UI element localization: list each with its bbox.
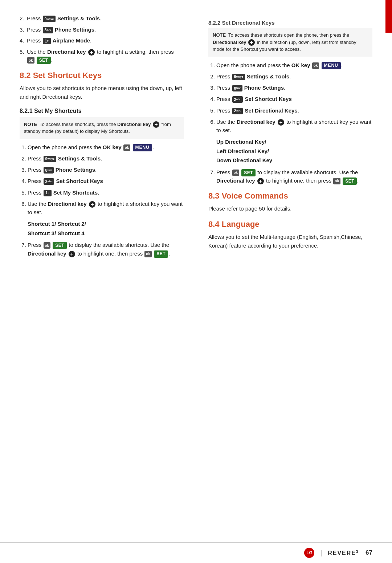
shortcut-keys-block: Shortcut 1/ Shortcut 2/Shortcut 3/ Short… — [28, 219, 184, 238]
key-badge-8: 8tuv — [43, 27, 53, 33]
step-3: Press 8tuv Phone Settings. — [216, 83, 372, 92]
key-badge-1: 1# — [44, 190, 52, 196]
page: 2. Press 9wxyz Settings & Tools. 3. Pres… — [0, 0, 392, 563]
step-1: Open the phone and press the OK key ok M… — [216, 61, 372, 69]
step-4: Press 2abc Set Shortcut Keys — [216, 95, 372, 103]
intro-list: 2. Press 9wxyz Settings & Tools. 3. Pres… — [20, 15, 184, 64]
lg-circle-icon: LG — [304, 548, 314, 558]
left-column: 2. Press 9wxyz Settings & Tools. 3. Pres… — [20, 15, 187, 542]
note-box-8-2-1: NOTE To access these shortcuts, press th… — [20, 117, 184, 139]
directional-key-icon — [88, 49, 95, 56]
ok-badge: ok — [232, 170, 240, 176]
section-8-2-heading: 8.2 Set Shortcut Keys — [20, 71, 184, 80]
key-badge-8: 8tuv — [44, 167, 54, 174]
step-5: Press 1# Set My Shortcuts. — [28, 188, 184, 197]
steps-list-8-2-1: Open the phone and press the OK key ok M… — [20, 143, 184, 258]
list-item: 5. Use the Directional key to highlight … — [20, 48, 184, 64]
footer-logo: LG | REVERE3 67 — [304, 548, 372, 558]
dir-key-icon — [248, 39, 255, 46]
set-badge: SET — [154, 250, 168, 258]
step-6: Use the Directional key to highlight a s… — [216, 118, 372, 165]
dir-key-icon — [278, 119, 284, 126]
menu-badge: MENU — [322, 62, 341, 69]
ok-badge: ok — [27, 57, 34, 64]
set-badge: SET — [37, 57, 51, 64]
ok-badge: ok — [123, 144, 131, 151]
step-1: Open the phone and press the OK key ok M… — [28, 143, 184, 151]
step-2: Press 9wxyz Settings & Tools. — [28, 154, 184, 163]
key-badge-2: 2abc — [44, 178, 54, 185]
list-item: 3. Press 8tuv Phone Settings. — [20, 26, 184, 34]
key-badge-9: 9wxyz — [44, 156, 56, 162]
note-box-8-2-2: NOTE To access these shortcuts open the … — [208, 28, 372, 57]
menu-badge: MENU — [133, 144, 152, 151]
directional-keys-block: Up Directional Key/Left Directional Key/… — [216, 137, 372, 165]
ok-badge: ok — [333, 178, 340, 184]
section-8-3-description: Please refer to page 50 for details. — [208, 204, 372, 213]
section-8-3-heading: 8.3 Voice Commands — [208, 191, 372, 201]
section-8-2-1-heading: 8.2.1 Set My Shortcuts — [20, 108, 184, 114]
key-badge-9: 9wxyz — [43, 16, 56, 22]
list-item: 2. Press 9wxyz Settings & Tools. — [20, 15, 184, 23]
dir-key-icon — [69, 251, 75, 257]
list-item: 4. Press 1# Airplane Mode. — [20, 37, 184, 45]
lg-logo: LG — [304, 548, 314, 558]
step-5: Press 2abc Set Directional Keys. — [216, 106, 372, 115]
steps-list-8-2-2: Open the phone and press the OK key ok M… — [208, 61, 372, 185]
revere-brand: REVERE3 — [328, 549, 359, 556]
set-badge: SET — [343, 178, 357, 185]
ok-badge: ok — [312, 62, 319, 69]
key-badge-8: 8tuv — [232, 85, 242, 91]
dir-key-icon — [89, 201, 95, 208]
ok-badge: ok — [144, 251, 152, 257]
step-6: Use the Directional key to highlight a s… — [28, 200, 184, 238]
section-8-4-heading: 8.4 Language — [208, 220, 372, 229]
section-8-2-description: Allows you to set shortcuts to phone men… — [20, 84, 184, 101]
page-number: 67 — [366, 549, 372, 556]
step-4: Press 2abc Set Shortcut Keys — [28, 177, 184, 185]
footer: LG | REVERE3 67 — [0, 542, 392, 563]
key-badge-9: 9wxyz — [232, 74, 245, 80]
key-badge-2: 2abc — [232, 96, 243, 103]
pipe-separator: | — [320, 549, 322, 557]
bookmark-tab — [385, 0, 392, 33]
step-7: Press ok SET to display the available sh… — [28, 241, 184, 258]
dir-key-icon — [257, 178, 264, 184]
dir-key-icon — [153, 121, 159, 128]
set-badge: SET — [53, 242, 67, 249]
section-8-4-description: Allows you to set the Multi-language (En… — [208, 233, 372, 250]
revere-super: 3 — [356, 549, 359, 554]
key-badge-1: 1# — [43, 38, 51, 44]
step-3: Press 8tuv Phone Settings. — [28, 166, 184, 174]
section-8-2-2-heading: 8.2.2 Set Directional Keys — [208, 20, 372, 26]
right-column: 8.2.2 Set Directional Keys NOTE To acces… — [205, 15, 372, 542]
set-badge: SET — [241, 169, 256, 176]
ok-badge: ok — [44, 242, 51, 249]
key-badge-2b: 2abc — [232, 108, 243, 114]
step-7: Press ok SET to display the available sh… — [216, 168, 372, 185]
step-2: Press 9wxyz Settings & Tools. — [216, 72, 372, 81]
